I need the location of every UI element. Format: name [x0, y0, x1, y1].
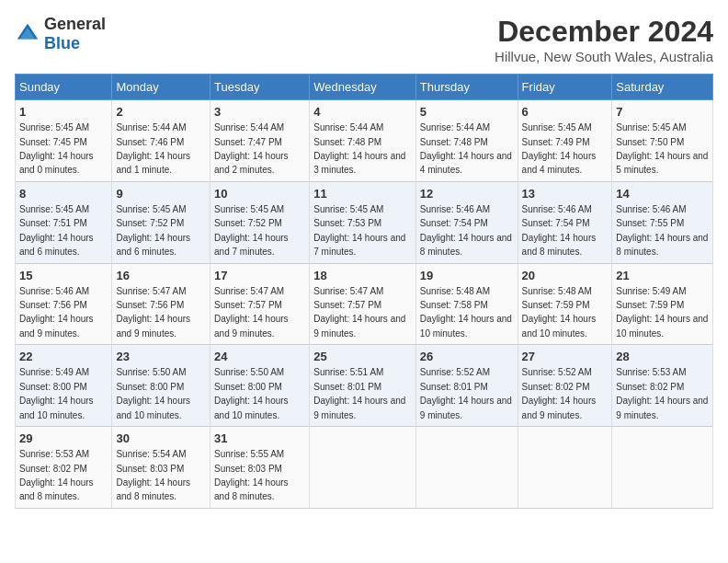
week-row-2: 8 Sunrise: 5:45 AMSunset: 7:51 PMDayligh… [16, 181, 713, 263]
day-cell: 7 Sunrise: 5:45 AMSunset: 7:50 PMDayligh… [612, 100, 713, 182]
day-cell: 2 Sunrise: 5:44 AMSunset: 7:46 PMDayligh… [112, 100, 210, 182]
calendar-header: SundayMondayTuesdayWednesdayThursdayFrid… [16, 75, 713, 100]
day-info: Sunrise: 5:45 AMSunset: 7:53 PMDaylight:… [313, 204, 405, 257]
day-info: Sunrise: 5:44 AMSunset: 7:48 PMDaylight:… [313, 122, 405, 175]
day-cell: 5 Sunrise: 5:44 AMSunset: 7:48 PMDayligh… [415, 100, 518, 182]
day-cell: 28 Sunrise: 5:53 AMSunset: 8:02 PMDaylig… [612, 345, 713, 427]
header-cell-monday: Monday [112, 75, 210, 100]
day-info: Sunrise: 5:48 AMSunset: 7:59 PMDaylight:… [522, 286, 597, 339]
day-number: 21 [616, 268, 709, 284]
title-block: December 2024 Hillvue, New South Wales, … [495, 15, 713, 64]
day-number: 31 [214, 431, 305, 447]
logo-icon [15, 21, 40, 47]
header-cell-wednesday: Wednesday [310, 75, 416, 100]
day-cell: 8 Sunrise: 5:45 AMSunset: 7:51 PMDayligh… [16, 181, 112, 263]
day-info: Sunrise: 5:55 AMSunset: 8:03 PMDaylight:… [214, 449, 289, 501]
day-number: 26 [420, 349, 514, 365]
day-info: Sunrise: 5:45 AMSunset: 7:51 PMDaylight:… [19, 204, 94, 257]
day-cell [415, 427, 518, 509]
day-cell: 31 Sunrise: 5:55 AMSunset: 8:03 PMDaylig… [210, 427, 310, 509]
day-cell: 20 Sunrise: 5:48 AMSunset: 7:59 PMDaylig… [518, 263, 612, 345]
day-info: Sunrise: 5:53 AMSunset: 8:02 PMDaylight:… [616, 367, 708, 419]
day-number: 23 [116, 349, 206, 365]
day-number: 10 [214, 186, 305, 202]
header-row: SundayMondayTuesdayWednesdayThursdayFrid… [16, 75, 713, 100]
day-cell: 15 Sunrise: 5:46 AMSunset: 7:56 PMDaylig… [16, 263, 112, 345]
day-info: Sunrise: 5:46 AMSunset: 7:54 PMDaylight:… [420, 204, 512, 257]
day-info: Sunrise: 5:50 AMSunset: 8:00 PMDaylight:… [116, 367, 190, 419]
week-row-4: 22 Sunrise: 5:49 AMSunset: 8:00 PMDaylig… [16, 345, 713, 427]
day-number: 19 [420, 268, 514, 284]
day-number: 22 [19, 349, 108, 365]
day-info: Sunrise: 5:47 AMSunset: 7:57 PMDaylight:… [214, 286, 289, 339]
day-info: Sunrise: 5:48 AMSunset: 7:58 PMDaylight:… [420, 286, 512, 339]
week-row-5: 29 Sunrise: 5:53 AMSunset: 8:02 PMDaylig… [16, 427, 713, 509]
day-info: Sunrise: 5:45 AMSunset: 7:49 PMDaylight:… [522, 122, 597, 175]
day-number: 24 [214, 349, 305, 365]
day-info: Sunrise: 5:45 AMSunset: 7:50 PMDaylight:… [616, 122, 708, 175]
day-cell: 21 Sunrise: 5:49 AMSunset: 7:59 PMDaylig… [612, 263, 713, 345]
day-cell [612, 427, 713, 509]
day-info: Sunrise: 5:49 AMSunset: 8:00 PMDaylight:… [19, 367, 94, 419]
day-info: Sunrise: 5:45 AMSunset: 7:52 PMDaylight:… [116, 204, 190, 257]
day-cell [518, 427, 612, 509]
day-info: Sunrise: 5:45 AMSunset: 7:52 PMDaylight:… [214, 204, 289, 257]
day-number: 9 [116, 186, 206, 202]
day-cell: 26 Sunrise: 5:52 AMSunset: 8:01 PMDaylig… [415, 345, 518, 427]
day-cell: 12 Sunrise: 5:46 AMSunset: 7:54 PMDaylig… [415, 181, 518, 263]
day-number: 3 [214, 104, 305, 121]
header-cell-saturday: Saturday [612, 75, 713, 100]
day-cell: 27 Sunrise: 5:52 AMSunset: 8:02 PMDaylig… [518, 345, 612, 427]
day-number: 29 [19, 431, 108, 447]
day-number: 13 [522, 186, 609, 202]
day-info: Sunrise: 5:47 AMSunset: 7:57 PMDaylight:… [313, 286, 405, 339]
day-cell: 29 Sunrise: 5:53 AMSunset: 8:02 PMDaylig… [16, 427, 112, 509]
day-cell: 18 Sunrise: 5:47 AMSunset: 7:57 PMDaylig… [310, 263, 416, 345]
day-cell: 1 Sunrise: 5:45 AMSunset: 7:45 PMDayligh… [16, 100, 112, 182]
day-cell: 14 Sunrise: 5:46 AMSunset: 7:55 PMDaylig… [612, 181, 713, 263]
day-number: 12 [420, 186, 514, 202]
day-number: 18 [313, 268, 412, 284]
header-cell-sunday: Sunday [16, 75, 112, 100]
day-number: 6 [522, 104, 609, 121]
week-row-3: 15 Sunrise: 5:46 AMSunset: 7:56 PMDaylig… [16, 263, 713, 345]
day-info: Sunrise: 5:46 AMSunset: 7:54 PMDaylight:… [522, 204, 597, 257]
day-info: Sunrise: 5:46 AMSunset: 7:56 PMDaylight:… [19, 286, 94, 339]
day-info: Sunrise: 5:51 AMSunset: 8:01 PMDaylight:… [313, 367, 405, 419]
day-cell: 11 Sunrise: 5:45 AMSunset: 7:53 PMDaylig… [310, 181, 416, 263]
day-number: 28 [616, 349, 709, 365]
day-number: 7 [616, 104, 709, 121]
header-cell-friday: Friday [518, 75, 612, 100]
day-info: Sunrise: 5:53 AMSunset: 8:02 PMDaylight:… [19, 449, 94, 501]
day-cell: 6 Sunrise: 5:45 AMSunset: 7:49 PMDayligh… [518, 100, 612, 182]
subtitle: Hillvue, New South Wales, Australia [495, 49, 713, 64]
day-number: 17 [214, 268, 305, 284]
day-cell: 4 Sunrise: 5:44 AMSunset: 7:48 PMDayligh… [310, 100, 416, 182]
day-cell: 16 Sunrise: 5:47 AMSunset: 7:56 PMDaylig… [112, 263, 210, 345]
day-number: 20 [522, 268, 609, 284]
day-number: 4 [313, 104, 412, 121]
day-number: 27 [522, 349, 609, 365]
day-cell [310, 427, 416, 509]
day-number: 15 [19, 268, 108, 284]
week-row-1: 1 Sunrise: 5:45 AMSunset: 7:45 PMDayligh… [16, 100, 713, 182]
day-cell: 25 Sunrise: 5:51 AMSunset: 8:01 PMDaylig… [310, 345, 416, 427]
day-info: Sunrise: 5:52 AMSunset: 8:01 PMDaylight:… [420, 367, 512, 419]
day-info: Sunrise: 5:49 AMSunset: 7:59 PMDaylight:… [616, 286, 708, 339]
day-cell: 19 Sunrise: 5:48 AMSunset: 7:58 PMDaylig… [415, 263, 518, 345]
header-cell-tuesday: Tuesday [210, 75, 310, 100]
day-cell: 10 Sunrise: 5:45 AMSunset: 7:52 PMDaylig… [210, 181, 310, 263]
day-cell: 24 Sunrise: 5:50 AMSunset: 8:00 PMDaylig… [210, 345, 310, 427]
day-info: Sunrise: 5:50 AMSunset: 8:00 PMDaylight:… [214, 367, 289, 419]
logo: General Blue [15, 15, 106, 53]
day-cell: 22 Sunrise: 5:49 AMSunset: 8:00 PMDaylig… [16, 345, 112, 427]
day-cell: 13 Sunrise: 5:46 AMSunset: 7:54 PMDaylig… [518, 181, 612, 263]
day-info: Sunrise: 5:47 AMSunset: 7:56 PMDaylight:… [116, 286, 190, 339]
day-info: Sunrise: 5:44 AMSunset: 7:48 PMDaylight:… [420, 122, 512, 175]
day-cell: 17 Sunrise: 5:47 AMSunset: 7:57 PMDaylig… [210, 263, 310, 345]
day-info: Sunrise: 5:52 AMSunset: 8:02 PMDaylight:… [522, 367, 597, 419]
day-cell: 23 Sunrise: 5:50 AMSunset: 8:00 PMDaylig… [112, 345, 210, 427]
day-number: 2 [116, 104, 206, 121]
day-cell: 9 Sunrise: 5:45 AMSunset: 7:52 PMDayligh… [112, 181, 210, 263]
day-number: 1 [19, 104, 108, 121]
